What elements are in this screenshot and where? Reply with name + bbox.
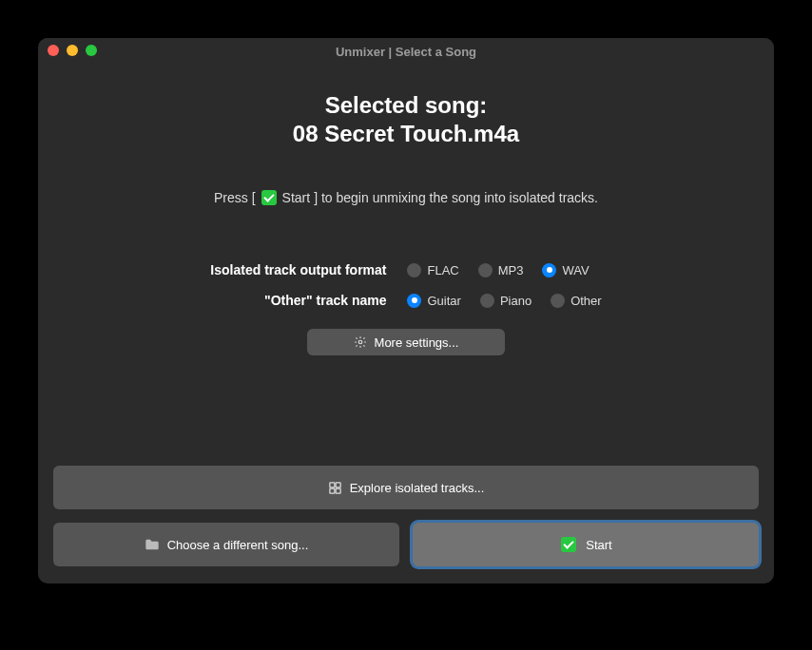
heading-line-1: Selected song:: [293, 91, 519, 120]
other-radio-piano[interactable]: Piano: [480, 294, 532, 308]
explore-tracks-button[interactable]: Explore isolated tracks...: [53, 466, 759, 509]
selected-song-heading: Selected song: 08 Secret Touch.m4a: [293, 91, 519, 148]
radio-dot-icon: [480, 294, 494, 308]
content-area: Selected song: 08 Secret Touch.m4a Press…: [38, 65, 774, 583]
start-button[interactable]: Start: [413, 523, 759, 566]
bottom-row: Choose a different song... Start: [53, 523, 759, 566]
radio-dot-icon: [478, 263, 493, 277]
format-radio-wav-label: WAV: [562, 263, 589, 277]
format-radio-mp3[interactable]: MP3: [478, 263, 524, 277]
bottom-button-area: Explore isolated tracks... Choose a diff…: [38, 466, 774, 583]
check-icon: [261, 190, 277, 205]
other-track-label: "Other" track name: [210, 293, 386, 308]
heading-line-2: 08 Secret Touch.m4a: [293, 120, 519, 148]
format-radio-mp3-label: MP3: [498, 263, 524, 277]
other-track-radio-group: Guitar Piano Other: [407, 294, 601, 308]
title-bar: Unmixer | Select a Song: [38, 38, 774, 65]
format-label: Isolated track output format: [210, 262, 386, 277]
svg-rect-2: [336, 482, 340, 487]
radio-dot-icon: [542, 263, 556, 277]
radio-dot-icon: [407, 263, 421, 277]
options-grid: Isolated track output format FLAC MP3 WA…: [210, 262, 601, 308]
minimize-window-button[interactable]: [67, 45, 78, 56]
format-radio-flac-label: FLAC: [427, 263, 458, 277]
other-radio-other-label: Other: [570, 294, 602, 308]
svg-rect-4: [336, 488, 340, 493]
radio-dot-icon: [551, 294, 565, 308]
choose-song-button[interactable]: Choose a different song...: [53, 523, 399, 566]
gear-icon: [354, 335, 367, 349]
more-settings-button[interactable]: More settings...: [307, 329, 505, 355]
radio-dot-icon: [407, 294, 421, 308]
start-button-label: Start: [586, 538, 611, 552]
more-settings-row: More settings...: [307, 329, 505, 355]
window-title: Unmixer | Select a Song: [336, 45, 476, 59]
instruction-text: Press [ Start ] to begin unmixing the so…: [214, 190, 598, 205]
svg-point-0: [358, 340, 362, 344]
instruction-start-word: Start: [282, 190, 311, 205]
grid-icon: [328, 481, 342, 495]
other-radio-guitar-label: Guitar: [427, 294, 460, 308]
close-window-button[interactable]: [48, 45, 59, 56]
maximize-window-button[interactable]: [86, 45, 97, 56]
choose-song-label: Choose a different song...: [167, 538, 309, 552]
other-radio-guitar[interactable]: Guitar: [407, 294, 460, 308]
format-radio-flac[interactable]: FLAC: [407, 263, 458, 277]
more-settings-label: More settings...: [375, 335, 459, 350]
svg-rect-1: [330, 482, 335, 487]
folder-icon: [145, 538, 160, 551]
other-radio-piano-label: Piano: [500, 294, 532, 308]
instruction-before: Press [: [214, 190, 256, 205]
other-radio-other[interactable]: Other: [551, 294, 602, 308]
check-icon: [561, 537, 576, 552]
format-radio-group: FLAC MP3 WAV: [407, 263, 601, 277]
traffic-lights: [48, 45, 97, 56]
svg-rect-3: [330, 488, 335, 493]
explore-tracks-label: Explore isolated tracks...: [350, 481, 485, 495]
instruction-after: ] to begin unmixing the song into isolat…: [314, 190, 598, 205]
app-window: Unmixer | Select a Song Selected song: 0…: [38, 38, 774, 583]
format-radio-wav[interactable]: WAV: [542, 263, 589, 277]
